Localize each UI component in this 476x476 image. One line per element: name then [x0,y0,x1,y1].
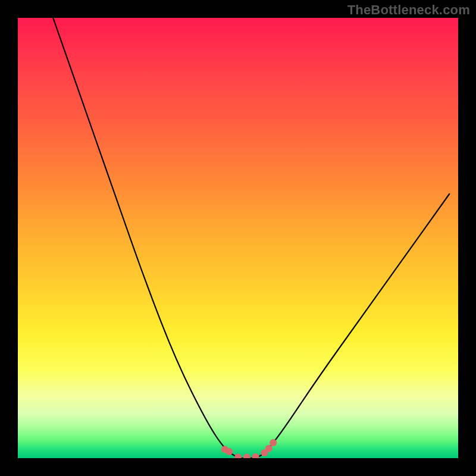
curve-marker [265,445,273,452]
bottleneck-curve [53,18,449,458]
curve-marker [252,453,259,458]
curve-marker [243,454,250,458]
chart-container: TheBottleneck.com [0,0,476,476]
curve-marker [226,448,233,455]
curve-marker [270,439,277,446]
curve-marker [234,454,242,458]
plot-area [18,18,458,458]
watermark-label: TheBottleneck.com [347,2,470,18]
marker-group [221,439,277,458]
curve-layer [18,18,458,458]
